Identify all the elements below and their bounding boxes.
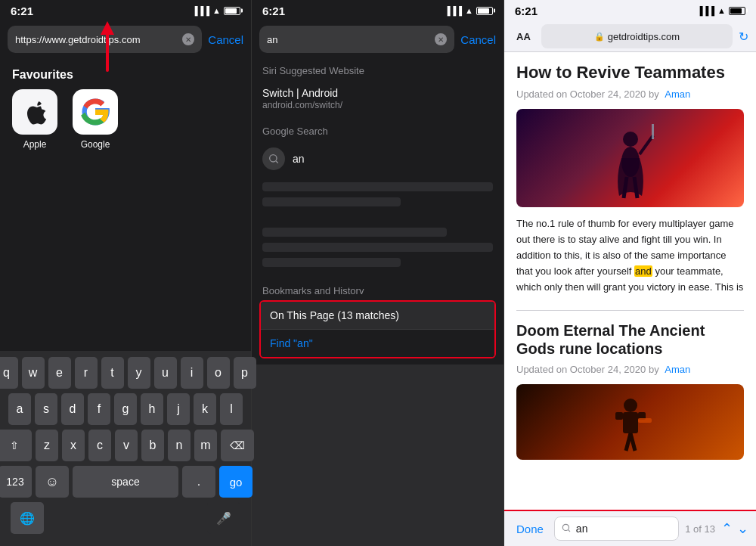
find-nav-buttons: ⌃ ⌄ (721, 520, 748, 537)
signal-icon-2: ▐▐▐ (445, 6, 462, 15)
key-i[interactable]: i (181, 357, 203, 389)
battery-icon-2 (476, 7, 493, 15)
key-s[interactable]: s (35, 393, 57, 425)
key-b[interactable]: b (141, 430, 164, 461)
highlight-word: and (634, 265, 652, 277)
url-bar-row-2: an ✕ Cancel (252, 21, 503, 57)
signal-icon: ▐▐▐ (192, 6, 209, 15)
key-q[interactable]: q (0, 357, 18, 389)
key-e[interactable]: e (48, 357, 71, 389)
aa-button[interactable]: AA (512, 28, 535, 45)
key-g[interactable]: g (114, 393, 137, 425)
key-j[interactable]: j (167, 393, 190, 425)
key-d[interactable]: d (61, 393, 84, 425)
key-f[interactable]: f (88, 393, 110, 425)
url-text: https://www.getdroidtips.com (15, 34, 178, 45)
key-n[interactable]: n (168, 430, 191, 461)
key-num[interactable]: 123 (0, 466, 32, 498)
warrior-silhouette-svg (604, 116, 657, 200)
key-v[interactable]: v (115, 430, 138, 461)
switch-android-title: Switch | Android (262, 87, 493, 99)
key-o[interactable]: o (207, 357, 230, 389)
apple-icon-box (12, 89, 57, 135)
signal-icon-3: ▐▐▐ (697, 6, 714, 15)
find-bar: Done an 1 of 13 ⌃ ⌄ (504, 510, 756, 546)
reload-button[interactable]: ↻ (739, 29, 748, 44)
favourites-grid: Apple Google (0, 89, 251, 150)
key-y[interactable]: y (128, 357, 150, 389)
apple-logo-svg (21, 98, 48, 126)
find-prev-button[interactable]: ⌃ (721, 520, 733, 537)
key-m[interactable]: m (194, 430, 217, 461)
key-a[interactable]: a (8, 393, 31, 425)
svg-point-0 (270, 155, 277, 162)
cancel-button-1[interactable]: Cancel (208, 33, 243, 46)
svg-rect-8 (623, 412, 638, 433)
key-globe[interactable]: 🌐 (11, 502, 44, 534)
key-x[interactable]: x (62, 430, 85, 461)
key-u[interactable]: u (154, 357, 177, 389)
key-p[interactable]: p (234, 357, 256, 389)
find-item[interactable]: Find "an" (261, 329, 494, 357)
search-text: an (267, 34, 430, 45)
keyboard-spacer-2 (252, 365, 503, 546)
on-this-page-box: On This Page (13 matches) Find "an" (259, 300, 496, 358)
status-time-3: 6:21 (515, 5, 538, 17)
find-done-button[interactable]: Done (512, 520, 548, 538)
browser-toolbar: AA 🔒 getdroidtips.com ↻ (504, 21, 756, 52)
key-dot[interactable]: . (182, 466, 215, 498)
key-emoji[interactable]: ☺ (36, 466, 69, 498)
google-logo-svg (80, 97, 110, 127)
svg-rect-4 (652, 124, 654, 139)
key-r[interactable]: r (75, 357, 98, 389)
domain-bar[interactable]: 🔒 getdroidtips.com (541, 24, 733, 48)
svg-point-7 (624, 399, 637, 412)
kb-row-5: 🌐 🎤 (3, 502, 248, 534)
cancel-button-2[interactable]: Cancel (460, 33, 496, 46)
key-z[interactable]: z (36, 430, 58, 461)
status-icons-2: ▐▐▐ ▲ (445, 6, 493, 15)
key-k[interactable]: k (194, 393, 216, 425)
key-w[interactable]: w (22, 357, 45, 389)
key-h[interactable]: h (141, 393, 163, 425)
key-t[interactable]: t (101, 357, 124, 389)
article1-image (516, 109, 744, 207)
find-input-text: an (576, 523, 588, 535)
search-suggestions-section: Siri Suggested Website Switch | Android … (252, 57, 503, 294)
switch-android-suggestion[interactable]: Switch | Android android.com/switch/ (252, 79, 503, 118)
key-l[interactable]: l (220, 393, 243, 425)
find-count: 1 of 13 (685, 523, 715, 535)
key-shift[interactable]: ⇧ (0, 430, 32, 461)
key-go[interactable]: go (219, 466, 253, 498)
key-delete[interactable]: ⌫ (221, 430, 254, 461)
key-space[interactable]: space (73, 466, 178, 498)
article2-author: Aman (665, 364, 690, 375)
status-bar-1: 6:21 ▐▐▐ ▲ (0, 0, 251, 21)
article1-title: How to Revive Teammates (516, 63, 744, 82)
svg-line-13 (631, 433, 635, 451)
key-c[interactable]: c (88, 430, 111, 461)
kb-row-3: ⇧ z x c v b n m ⌫ (3, 430, 248, 461)
article1-text: The no.1 rule of thumb for every multipl… (516, 216, 744, 295)
battery-icon (224, 7, 240, 15)
wifi-icon-3: ▲ (717, 6, 726, 15)
wifi-icon: ▲ (212, 6, 221, 15)
search-bar[interactable]: an ✕ (259, 26, 454, 53)
blurred-suggestions-1 (252, 178, 503, 278)
article1-meta-text: Updated on October 24, 2020 by (516, 88, 659, 100)
browser-main-content: How to Revive Teammates Updated on Octob… (504, 52, 756, 510)
domain-text: getdroidtips.com (608, 31, 680, 42)
on-this-page-header[interactable]: On This Page (13 matches) (261, 302, 494, 329)
favourite-apple[interactable]: Apple (12, 89, 57, 150)
key-mic[interactable]: 🎤 (207, 502, 240, 534)
favourite-google[interactable]: Google (73, 89, 118, 150)
search-clear-button[interactable]: ✕ (435, 33, 447, 45)
apple-label: Apple (23, 139, 47, 150)
google-search-item[interactable]: an (252, 140, 503, 178)
url-bar-row: https://www.getdroidtips.com ✕ Cancel (0, 21, 251, 57)
switch-android-url: android.com/switch/ (262, 100, 493, 110)
find-input-area[interactable]: an (554, 517, 679, 541)
find-next-button[interactable]: ⌄ (737, 520, 748, 537)
url-clear-button[interactable]: ✕ (182, 33, 194, 45)
kb-row-2: a s d f g h j k l (3, 393, 248, 425)
